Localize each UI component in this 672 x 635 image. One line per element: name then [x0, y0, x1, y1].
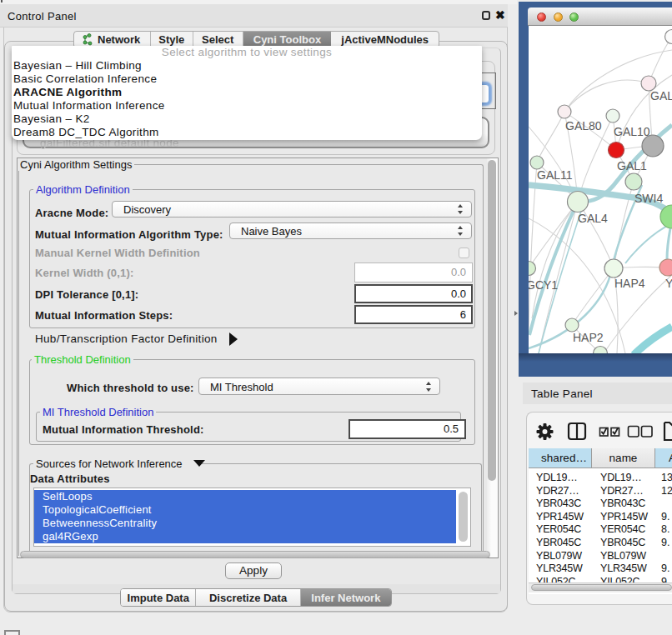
svg-text:Y: Y: [665, 277, 672, 290]
svg-text:GAL10: GAL10: [614, 125, 650, 138]
svg-text:GAL: GAL: [650, 89, 672, 102]
svg-text:HAP2: HAP2: [573, 331, 604, 344]
svg-text:GAL4: GAL4: [578, 212, 608, 225]
svg-text:GCY1: GCY1: [529, 278, 558, 292]
svg-text:GAL1: GAL1: [617, 159, 647, 172]
svg-text:SWI4: SWI4: [634, 192, 663, 205]
svg-text:GAL80: GAL80: [565, 119, 602, 132]
svg-text:HAP4: HAP4: [614, 277, 645, 290]
svg-text:GAL11: GAL11: [537, 168, 573, 182]
